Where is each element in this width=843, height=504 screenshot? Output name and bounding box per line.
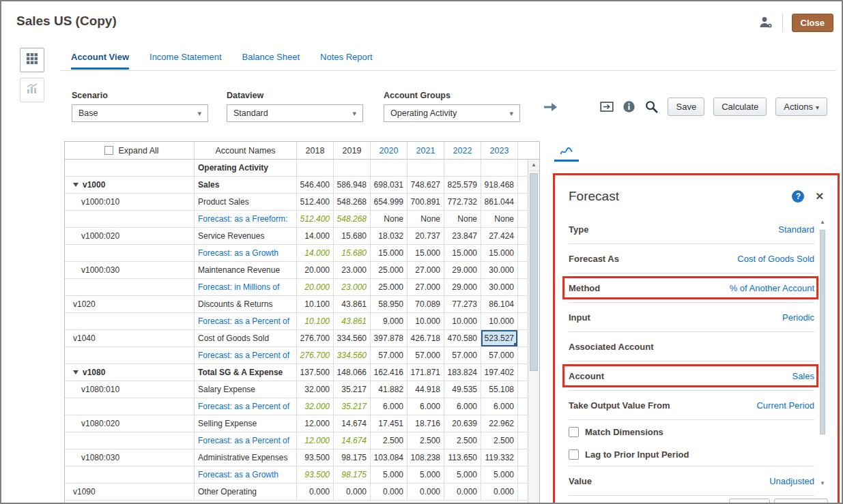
- grid-view-button[interactable]: [20, 48, 44, 72]
- value-cell[interactable]: 25.000: [371, 279, 408, 295]
- value-cell[interactable]: 23.847: [444, 228, 481, 244]
- value-cell[interactable]: 10.100: [297, 313, 334, 329]
- value-cell[interactable]: 548.268: [334, 211, 371, 227]
- value-cell[interactable]: [371, 160, 408, 176]
- year-header-2021[interactable]: 2021: [408, 142, 444, 159]
- checkbox-match-dimensions[interactable]: [569, 427, 579, 437]
- year-header-2020[interactable]: 2020: [371, 142, 408, 159]
- value-cell[interactable]: 183.824: [444, 364, 481, 381]
- value-cell[interactable]: 276.700: [297, 347, 334, 364]
- grid-scrollbar-thumb[interactable]: [530, 173, 538, 371]
- dock-panel-icon[interactable]: [600, 101, 614, 113]
- forecast-method-link[interactable]: Forecast: as a Freeform:: [198, 214, 287, 224]
- forecast-method-link[interactable]: Forecast: as a Growth: [198, 470, 278, 479]
- forecast-method-link[interactable]: Forecast: as a Percent of: [198, 351, 289, 360]
- field-value[interactable]: % of Another Account: [730, 283, 814, 293]
- value-cell[interactable]: 148.066: [334, 364, 371, 381]
- value-cell[interactable]: 108.238: [408, 449, 444, 466]
- value-cell[interactable]: 20.000: [297, 279, 334, 295]
- value-cell[interactable]: 27.000: [408, 279, 444, 295]
- field-value[interactable]: Standard: [778, 224, 814, 235]
- help-icon[interactable]: ?: [792, 190, 804, 203]
- value-cell[interactable]: 18.032: [371, 228, 408, 244]
- value-cell[interactable]: None: [444, 211, 481, 227]
- value-cell[interactable]: 20.639: [444, 415, 481, 432]
- value-cell[interactable]: None: [408, 211, 444, 227]
- value-cell[interactable]: 698.031: [371, 177, 408, 193]
- forecast-method-link[interactable]: Forecast: as a Percent of: [198, 402, 289, 411]
- value-cell[interactable]: 2.500: [444, 432, 481, 449]
- value-cell[interactable]: 548.268: [334, 194, 371, 210]
- value-cell[interactable]: 197.402: [481, 364, 518, 381]
- tab-balance-sheet[interactable]: Balance Sheet: [242, 52, 300, 70]
- value-cell[interactable]: 58.950: [371, 296, 408, 312]
- value-cell[interactable]: 57.000: [481, 347, 518, 364]
- value-cell[interactable]: 29.000: [444, 279, 481, 295]
- actions-button[interactable]: Actions▾: [775, 98, 827, 116]
- value-cell[interactable]: 30.000: [481, 262, 518, 278]
- value-cell[interactable]: 171.871: [408, 364, 444, 381]
- value-cell[interactable]: 55.108: [481, 381, 518, 398]
- year-header-2018[interactable]: 2018: [297, 142, 334, 159]
- value-cell[interactable]: 57.000: [444, 347, 481, 364]
- value-cell[interactable]: 27.424: [481, 228, 518, 244]
- value-cell[interactable]: 14.674: [334, 432, 371, 449]
- value-cell[interactable]: 43.861: [334, 296, 371, 312]
- value-cell[interactable]: 20.000: [297, 262, 334, 278]
- value-cell[interactable]: 22.962: [481, 415, 518, 432]
- value-cell[interactable]: 2.500: [408, 432, 444, 449]
- value-cell[interactable]: 861.044: [481, 194, 518, 210]
- value-cell[interactable]: 15.000: [371, 245, 408, 261]
- value-cell[interactable]: 14.000: [297, 245, 334, 261]
- forecast-method-link[interactable]: Forecast: as a Percent of: [198, 436, 289, 445]
- value-cell[interactable]: 119.332: [481, 449, 518, 466]
- year-header-2022[interactable]: 2022: [444, 142, 481, 159]
- save-button[interactable]: Save: [668, 98, 704, 116]
- value-cell[interactable]: 6.000: [444, 398, 481, 415]
- value-cell[interactable]: 334.560: [334, 330, 371, 346]
- value-cell[interactable]: 0.000: [444, 484, 481, 500]
- value-cell[interactable]: 15.680: [334, 228, 371, 244]
- value-cell[interactable]: 9.000: [371, 313, 408, 329]
- value-cell[interactable]: 15.000: [444, 245, 481, 261]
- value-cell[interactable]: 162.416: [371, 364, 408, 381]
- value-cell[interactable]: 15.680: [334, 245, 371, 261]
- value-cell[interactable]: 918.468: [481, 177, 518, 193]
- go-arrow-icon[interactable]: [543, 101, 559, 116]
- grid-scrollbar[interactable]: ▲: [528, 160, 539, 504]
- value-cell[interactable]: [334, 160, 371, 176]
- value-cell[interactable]: 27.000: [408, 262, 444, 278]
- value-cell[interactable]: [408, 160, 444, 176]
- value-cell[interactable]: 103.084: [371, 449, 408, 466]
- panel-scrollbar[interactable]: ▲ ▼: [818, 219, 827, 486]
- value-cell[interactable]: 6.000: [371, 398, 408, 415]
- expand-all-checkbox[interactable]: [104, 146, 113, 155]
- value-cell[interactable]: 49.535: [444, 381, 481, 398]
- close-icon[interactable]: ✕: [815, 190, 824, 203]
- value-cell[interactable]: 512.400: [297, 211, 334, 227]
- value-cell[interactable]: 23.000: [334, 279, 371, 295]
- value-cell[interactable]: 12.000: [297, 415, 334, 432]
- value-cell[interactable]: 12.000: [297, 432, 334, 449]
- value-cell[interactable]: 41.882: [371, 381, 408, 398]
- value-cell[interactable]: 32.000: [297, 381, 334, 398]
- value-cell[interactable]: 25.000: [371, 262, 408, 278]
- field-value[interactable]: Unadjusted: [769, 476, 814, 486]
- calculate-button[interactable]: Calculate: [713, 98, 767, 116]
- search-icon[interactable]: [644, 100, 659, 114]
- value-cell[interactable]: 35.217: [334, 381, 371, 398]
- value-cell[interactable]: 546.400: [297, 177, 334, 193]
- value-cell[interactable]: 0.000: [334, 484, 371, 500]
- value-cell[interactable]: 10.100: [297, 296, 334, 312]
- value-cell[interactable]: 14.674: [334, 415, 371, 432]
- value-cell[interactable]: None: [481, 211, 518, 227]
- value-cell[interactable]: 276.700: [297, 330, 334, 346]
- value-cell[interactable]: 23.000: [334, 262, 371, 278]
- value-cell[interactable]: 44.918: [408, 381, 444, 398]
- value-cell[interactable]: 825.579: [444, 177, 481, 193]
- value-cell[interactable]: 137.500: [297, 364, 334, 381]
- value-cell[interactable]: 93.500: [297, 449, 334, 466]
- close-button[interactable]: Close: [792, 14, 833, 32]
- value-cell[interactable]: 10.000: [408, 313, 444, 329]
- year-header-2019[interactable]: 2019: [334, 142, 371, 159]
